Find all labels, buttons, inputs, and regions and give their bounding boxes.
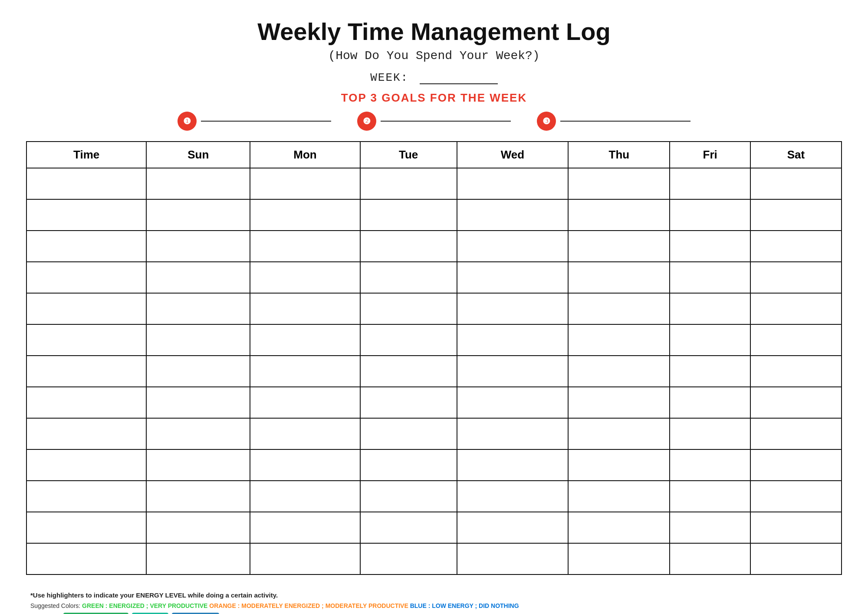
cell-r4-c4[interactable] (457, 293, 569, 324)
cell-r9-c4[interactable] (457, 449, 569, 481)
cell-r4-c6[interactable] (670, 293, 750, 324)
cell-r11-c1[interactable] (146, 512, 250, 543)
cell-r8-c4[interactable] (457, 418, 569, 449)
cell-r12-c7[interactable] (750, 543, 842, 574)
cell-r12-c1[interactable] (146, 543, 250, 574)
cell-r2-c0[interactable] (26, 231, 146, 262)
cell-r1-c7[interactable] (750, 199, 842, 231)
cell-r11-c6[interactable] (670, 512, 750, 543)
cell-r0-c0[interactable] (26, 168, 146, 199)
cell-r0-c1[interactable] (146, 168, 250, 199)
cell-r5-c7[interactable] (750, 324, 842, 356)
cell-r0-c4[interactable] (457, 168, 569, 199)
cell-r11-c3[interactable] (360, 512, 457, 543)
cell-r6-c6[interactable] (670, 356, 750, 387)
cell-r5-c4[interactable] (457, 324, 569, 356)
cell-r9-c6[interactable] (670, 449, 750, 481)
cell-r3-c7[interactable] (750, 262, 842, 293)
cell-r10-c4[interactable] (457, 481, 569, 512)
cell-r7-c7[interactable] (750, 387, 842, 418)
cell-r8-c0[interactable] (26, 418, 146, 449)
cell-r3-c1[interactable] (146, 262, 250, 293)
cell-r12-c0[interactable] (26, 543, 146, 574)
cell-r10-c0[interactable] (26, 481, 146, 512)
cell-r12-c6[interactable] (670, 543, 750, 574)
cell-r7-c0[interactable] (26, 387, 146, 418)
cell-r1-c3[interactable] (360, 199, 457, 231)
cell-r3-c4[interactable] (457, 262, 569, 293)
cell-r1-c2[interactable] (250, 199, 360, 231)
cell-r11-c0[interactable] (26, 512, 146, 543)
cell-r7-c4[interactable] (457, 387, 569, 418)
cell-r9-c7[interactable] (750, 449, 842, 481)
cell-r2-c6[interactable] (670, 231, 750, 262)
cell-r4-c0[interactable] (26, 293, 146, 324)
goal-line-1[interactable] (201, 121, 331, 122)
cell-r4-c5[interactable] (568, 293, 670, 324)
cell-r10-c1[interactable] (146, 481, 250, 512)
week-underline[interactable] (420, 83, 498, 84)
cell-r8-c1[interactable] (146, 418, 250, 449)
goal-line-2[interactable] (381, 121, 511, 122)
cell-r2-c4[interactable] (457, 231, 569, 262)
cell-r6-c0[interactable] (26, 356, 146, 387)
cell-r2-c2[interactable] (250, 231, 360, 262)
cell-r12-c3[interactable] (360, 543, 457, 574)
cell-r4-c2[interactable] (250, 293, 360, 324)
cell-r5-c5[interactable] (568, 324, 670, 356)
cell-r4-c7[interactable] (750, 293, 842, 324)
cell-r11-c5[interactable] (568, 512, 670, 543)
cell-r0-c5[interactable] (568, 168, 670, 199)
cell-r3-c3[interactable] (360, 262, 457, 293)
goal-line-3[interactable] (560, 121, 690, 122)
cell-r10-c6[interactable] (670, 481, 750, 512)
cell-r2-c1[interactable] (146, 231, 250, 262)
cell-r1-c4[interactable] (457, 199, 569, 231)
cell-r0-c6[interactable] (670, 168, 750, 199)
cell-r3-c5[interactable] (568, 262, 670, 293)
cell-r5-c0[interactable] (26, 324, 146, 356)
cell-r2-c3[interactable] (360, 231, 457, 262)
cell-r2-c5[interactable] (568, 231, 670, 262)
cell-r11-c4[interactable] (457, 512, 569, 543)
cell-r10-c2[interactable] (250, 481, 360, 512)
cell-r3-c2[interactable] (250, 262, 360, 293)
cell-r8-c7[interactable] (750, 418, 842, 449)
cell-r2-c7[interactable] (750, 231, 842, 262)
cell-r0-c3[interactable] (360, 168, 457, 199)
cell-r9-c1[interactable] (146, 449, 250, 481)
cell-r7-c6[interactable] (670, 387, 750, 418)
cell-r9-c0[interactable] (26, 449, 146, 481)
cell-r8-c2[interactable] (250, 418, 360, 449)
cell-r0-c2[interactable] (250, 168, 360, 199)
cell-r6-c7[interactable] (750, 356, 842, 387)
cell-r11-c7[interactable] (750, 512, 842, 543)
cell-r4-c3[interactable] (360, 293, 457, 324)
cell-r7-c3[interactable] (360, 387, 457, 418)
cell-r8-c5[interactable] (568, 418, 670, 449)
cell-r9-c3[interactable] (360, 449, 457, 481)
cell-r1-c0[interactable] (26, 199, 146, 231)
cell-r8-c6[interactable] (670, 418, 750, 449)
cell-r6-c1[interactable] (146, 356, 250, 387)
cell-r3-c6[interactable] (670, 262, 750, 293)
cell-r5-c1[interactable] (146, 324, 250, 356)
cell-r1-c5[interactable] (568, 199, 670, 231)
cell-r6-c2[interactable] (250, 356, 360, 387)
cell-r6-c4[interactable] (457, 356, 569, 387)
cell-r3-c0[interactable] (26, 262, 146, 293)
cell-r1-c1[interactable] (146, 199, 250, 231)
cell-r1-c6[interactable] (670, 199, 750, 231)
cell-r10-c7[interactable] (750, 481, 842, 512)
cell-r9-c2[interactable] (250, 449, 360, 481)
cell-r10-c3[interactable] (360, 481, 457, 512)
cell-r5-c6[interactable] (670, 324, 750, 356)
cell-r7-c5[interactable] (568, 387, 670, 418)
cell-r7-c2[interactable] (250, 387, 360, 418)
cell-r8-c3[interactable] (360, 418, 457, 449)
cell-r0-c7[interactable] (750, 168, 842, 199)
cell-r4-c1[interactable] (146, 293, 250, 324)
cell-r12-c2[interactable] (250, 543, 360, 574)
cell-r5-c3[interactable] (360, 324, 457, 356)
cell-r12-c4[interactable] (457, 543, 569, 574)
